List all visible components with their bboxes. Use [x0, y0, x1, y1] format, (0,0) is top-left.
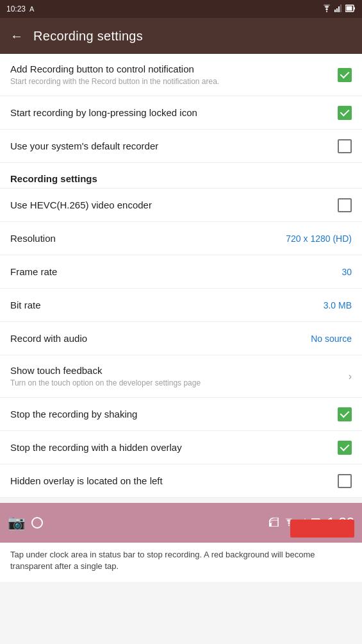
setting-stop-overlay[interactable]: Stop the recording with a hidden overlay: [0, 431, 362, 464]
chevron-icon: ›: [349, 371, 352, 382]
status-time: 10:23: [6, 4, 26, 13]
android-icon: A: [29, 5, 34, 13]
cast-icon: [269, 518, 279, 529]
setting-label-touch-feedback: Show touch feedback: [10, 364, 341, 377]
setting-label-add-recording: Add Recording button to control notifica…: [10, 63, 330, 76]
checkbox-stop-overlay[interactable]: [338, 441, 352, 455]
checkbox-hevc[interactable]: [338, 198, 352, 212]
setting-sublabel-touch-feedback: Turn on the touch option on the develope…: [10, 378, 341, 389]
setting-value-bitrate: 3.0 MB: [324, 300, 352, 310]
caption-text: Tap under clock area in status bar to st…: [0, 543, 362, 581]
bottom-spacer: [0, 582, 362, 644]
settings-content: Add Recording button to control notifica…: [0, 54, 362, 644]
setting-label-resolution: Resolution: [10, 232, 278, 245]
setting-bitrate[interactable]: Bit rate 3.0 MB: [0, 289, 362, 322]
setting-stop-shaking[interactable]: Stop the recording by shaking: [0, 398, 362, 431]
setting-add-recording-button[interactable]: Add Recording button to control notifica…: [0, 54, 362, 96]
toolbar: ← Recording settings: [0, 18, 362, 54]
record-circle-icon: [31, 517, 43, 529]
svg-point-0: [326, 11, 327, 12]
setting-sublabel-add-recording: Start recording with the Record button i…: [10, 77, 330, 87]
top-settings-group: Add Recording button to control notifica…: [0, 54, 362, 163]
setting-label-overlay-left: Hidden overlay is located on the left: [10, 475, 330, 487]
svg-rect-4: [340, 4, 341, 12]
setting-label-audio: Record with audio: [10, 332, 303, 345]
checkbox-long-press[interactable]: [338, 106, 352, 120]
checkbox-stop-shaking[interactable]: [338, 407, 352, 421]
red-stop-box: [290, 520, 354, 538]
setting-value-resolution: 720 x 1280 (HD): [286, 233, 352, 244]
setting-overlay-left[interactable]: Hidden overlay is located on the left: [0, 464, 362, 498]
svg-rect-3: [338, 6, 340, 12]
setting-framerate[interactable]: Frame rate 30: [0, 255, 362, 289]
setting-value-audio: No source: [311, 334, 352, 344]
setting-label-framerate: Frame rate: [10, 266, 334, 278]
checkbox-add-recording[interactable]: [338, 68, 352, 82]
svg-rect-2: [336, 8, 338, 12]
status-bar: 10:23 A: [0, 0, 362, 18]
setting-value-framerate: 30: [341, 267, 352, 277]
svg-rect-6: [354, 7, 355, 10]
setting-label-long-press: Start recording by long-pressing locked …: [10, 106, 330, 119]
setting-label-hevc: Use HEVC(H.265) video encoder: [10, 199, 330, 212]
setting-touch-feedback[interactable]: Show touch feedback Turn on the touch op…: [0, 355, 362, 398]
svg-point-10: [288, 525, 290, 526]
setting-system-default[interactable]: Use your system's default recorder: [0, 130, 362, 163]
setting-label-stop-shaking: Stop the recording by shaking: [10, 408, 330, 421]
status-bar-right: [322, 4, 356, 14]
section-header-recording: Recording settings: [0, 163, 362, 189]
page-title: Recording settings: [33, 29, 143, 44]
svg-rect-7: [347, 6, 352, 10]
setting-hevc[interactable]: Use HEVC(H.265) video encoder: [0, 189, 362, 222]
wifi-icon: [322, 4, 331, 14]
status-bar-left: 10:23 A: [6, 4, 34, 13]
back-button[interactable]: ←: [10, 29, 23, 44]
checkbox-overlay-left[interactable]: [338, 474, 352, 488]
checkbox-system-default[interactable]: [338, 139, 352, 153]
setting-label-system-default: Use your system's default recorder: [10, 140, 330, 153]
setting-label-stop-overlay: Stop the recording with a hidden overlay: [10, 441, 330, 454]
setting-resolution[interactable]: Resolution 720 x 1280 (HD): [0, 222, 362, 255]
notification-preview: 📷: [0, 503, 362, 581]
setting-label-bitrate: Bit rate: [10, 299, 316, 312]
signal-icon: [334, 4, 342, 14]
battery-icon: [345, 4, 356, 14]
setting-long-press-locked[interactable]: Start recording by long-pressing locked …: [0, 96, 362, 130]
svg-rect-1: [334, 10, 336, 12]
notification-bar: 📷: [0, 503, 362, 543]
camera-icon: 📷: [8, 514, 25, 531]
setting-audio[interactable]: Record with audio No source: [0, 322, 362, 355]
recording-settings-group: Use HEVC(H.265) video encoder Resolution…: [0, 189, 362, 498]
